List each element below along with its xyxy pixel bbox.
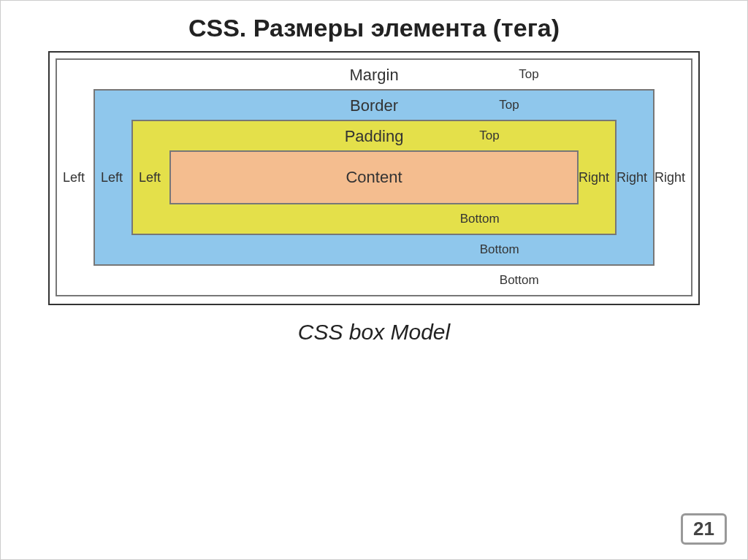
slide-title: CSS. Размеры элемента (тега): [1, 1, 747, 51]
content-label: Content: [346, 168, 402, 186]
margin-bottom-label: Bottom: [500, 273, 539, 288]
padding-top-label: Top: [479, 129, 499, 143]
border-right-label: Right: [617, 170, 647, 185]
padding-right-label: Right: [579, 170, 609, 185]
diagram-caption: CSS box Model: [1, 320, 747, 345]
padding-left-label: Left: [139, 170, 161, 185]
margin-label: Margin: [349, 66, 398, 85]
margin-right-label: Right: [654, 170, 685, 185]
margin-top-label: Top: [519, 67, 538, 82]
content-box: Content: [169, 150, 579, 204]
padding-label: Padding: [345, 127, 404, 146]
padding-bottom-label: Bottom: [460, 212, 500, 226]
border-left-label: Left: [101, 170, 123, 185]
page-number: 21: [681, 513, 727, 545]
border-box: Border Top Bottom Left Right Padding Top…: [94, 89, 654, 266]
border-label: Border: [350, 96, 398, 115]
padding-box: Padding Top Bottom Left Right Content: [131, 120, 617, 235]
margin-box: Margin Top Bottom Left Right Border Top …: [56, 58, 692, 296]
box-model-diagram: Margin Top Bottom Left Right Border Top …: [48, 51, 700, 305]
border-bottom-label: Bottom: [480, 242, 519, 257]
margin-left-label: Left: [63, 170, 85, 185]
border-top-label: Top: [499, 98, 519, 112]
slide: CSS. Размеры элемента (тега) Margin Top …: [0, 0, 748, 560]
